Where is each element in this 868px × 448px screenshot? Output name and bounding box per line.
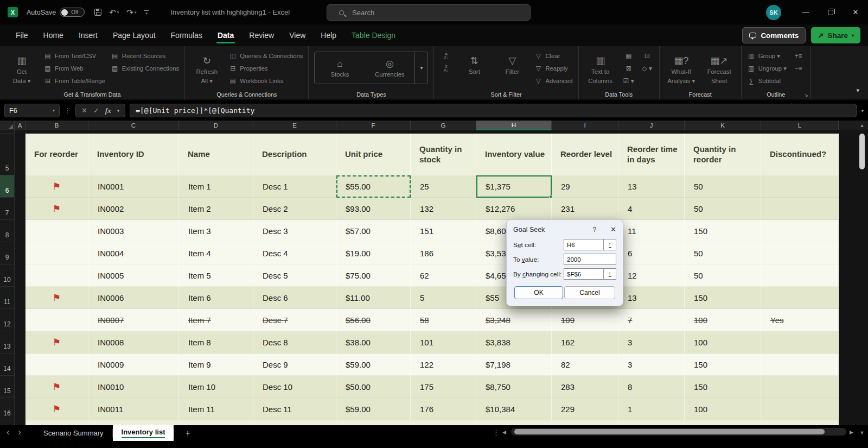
cell-F14[interactable]: $59.00 [336,354,411,376]
collapse-ribbon-icon[interactable]: ▾ [856,87,859,94]
cell-B12[interactable] [25,309,88,331]
cell-K7[interactable]: 50 [685,198,761,220]
sheet-tab-scenario-summary[interactable]: Scenario Summary [35,425,112,441]
gallery-more-icon[interactable]: ▾ [414,52,427,84]
table-header-G[interactable]: Quantity in stock [411,134,476,175]
cell-J7[interactable]: 4 [618,198,685,220]
cell-L16[interactable] [761,398,839,420]
cell-J13[interactable]: 3 [618,331,685,354]
cancel-entry-icon[interactable]: ✕ [81,106,87,115]
select-all-corner[interactable] [0,121,15,130]
refresh-all-button[interactable]: ↻RefreshAll ▾ [190,51,223,85]
redo-button[interactable]: ↷▾ [126,8,136,17]
cell-I12[interactable]: 109 [552,309,618,331]
horizontal-scrollbar-thumb[interactable] [514,429,825,434]
cell-K16[interactable]: 100 [685,398,761,420]
next-sheet-icon[interactable]: › [18,427,21,437]
cell-J8[interactable]: 11 [618,220,685,242]
cell-G10[interactable]: 62 [411,264,476,287]
table-header-H[interactable]: Inventory value [476,134,552,175]
column-header-H[interactable]: H [476,121,552,130]
cell-J10[interactable]: 12 [618,264,685,287]
reapply-button[interactable]: ▽Reapply [534,63,572,74]
cell-L10[interactable] [761,264,839,287]
cell-D14[interactable]: Item 9 [179,354,253,376]
share-button[interactable]: ↗ Share ▾ [811,27,860,43]
cell-C10[interactable]: IN0005 [88,264,179,287]
cell-E6[interactable]: Desc 1 [253,175,336,198]
table-header-B[interactable]: For reorder [25,134,88,175]
table-header-I[interactable]: Reorder level [552,134,618,175]
row-header-9[interactable]: 9 [0,242,14,264]
minimize-button[interactable]: — [793,0,818,24]
cell-K8[interactable]: 150 [685,220,761,242]
properties-button[interactable]: ⊟Properties [228,63,303,74]
sort-za-icon[interactable]: Z A↓ [439,63,452,74]
cell-D13[interactable]: Item 8 [179,331,253,354]
row-header-5[interactable]: 5 [0,134,14,175]
clear-button[interactable]: ▽Clear [534,51,572,61]
cell-L14[interactable] [761,354,839,376]
column-header-D[interactable]: D [179,121,253,130]
cell-F11[interactable]: $11.00 [336,287,411,309]
show-detail-icon[interactable]: +≡ [792,51,805,61]
cell-J9[interactable]: 6 [618,242,685,264]
queries-connections-button[interactable]: ◫Queries & Connections [228,51,303,61]
remove-duplicates-icon[interactable]: ⊠ [622,63,635,74]
cell-G13[interactable]: 101 [411,331,476,354]
cell-H14[interactable]: $7,198 [476,354,552,376]
cell-L12[interactable]: Yes [761,309,839,331]
ungroup-button[interactable]: ▥Ungroup ▾ [747,63,787,74]
customize-qat-icon[interactable]: ▾ [144,10,149,15]
cell-E11[interactable]: Desc 6 [253,287,336,309]
tab-data[interactable]: Data [212,26,240,45]
table-header-D[interactable]: Name [179,134,253,175]
cell-B9[interactable] [25,242,88,264]
row-header-11[interactable]: 11 [0,287,14,309]
set-cell-range-picker[interactable]: ↑ [603,239,616,250]
group-button[interactable]: ▥Group ▾ [747,51,787,61]
new-sheet-button[interactable]: + [185,428,190,438]
from-table-range-button[interactable]: ⊞From Table/Range [43,75,105,86]
cell-J11[interactable]: 13 [618,287,685,309]
cancel-button[interactable]: Cancel [564,286,615,299]
row-header-12[interactable]: 12 [0,309,14,331]
cell-G7[interactable]: 132 [411,198,476,220]
column-header-I[interactable]: I [552,121,618,130]
vertical-scrollbar-thumb[interactable] [859,134,865,169]
cell-F15[interactable]: $50.00 [336,376,411,398]
cell-D11[interactable]: Item 6 [179,287,253,309]
undo-chevron-icon[interactable]: ▾ [117,10,119,15]
cell-D8[interactable]: Item 3 [179,220,253,242]
stocks-button[interactable]: ⌂Stocks [315,52,365,84]
cell-F7[interactable]: $93.00 [336,198,411,220]
row-header-6[interactable]: 6 [0,175,14,198]
cell-I7[interactable]: 231 [552,198,618,220]
cell-L6[interactable] [761,175,839,198]
tab-review[interactable]: Review [243,26,280,45]
cell-L11[interactable] [761,287,839,309]
cell-F13[interactable]: $38.00 [336,331,411,354]
cell-G11[interactable]: 5 [411,287,476,309]
hscroll-right-icon[interactable]: ▶ [850,430,853,435]
relationships-icon[interactable]: ⊡ [641,51,654,61]
cell-F9[interactable]: $19.00 [336,242,411,264]
by-changing-cell-input[interactable]: $F$6↑ [564,268,616,280]
horizontal-scrollbar[interactable] [511,428,846,436]
from-web-button[interactable]: ▤From Web [43,63,105,74]
cell-B14[interactable] [25,354,88,376]
from-text-csv-button[interactable]: ▤From Text/CSV [43,51,105,61]
cell-L13[interactable] [761,331,839,354]
cell-H13[interactable]: $3,838 [476,331,552,354]
column-a-strip[interactable] [15,130,25,425]
cell-K13[interactable]: 100 [685,331,761,354]
table-header-C[interactable]: Inventory ID [88,134,179,175]
column-header-F[interactable]: F [336,121,411,130]
cell-D16[interactable]: Item 11 [179,398,253,420]
cell-B13[interactable]: ⚑ [25,331,88,354]
cell-C13[interactable]: IN0008 [88,331,179,354]
cell-B7[interactable]: ⚑ [25,198,88,220]
cell-E7[interactable]: Desc 2 [253,198,336,220]
cell-E13[interactable]: Desc 8 [253,331,336,354]
cell-C14[interactable]: IN0009 [88,354,179,376]
